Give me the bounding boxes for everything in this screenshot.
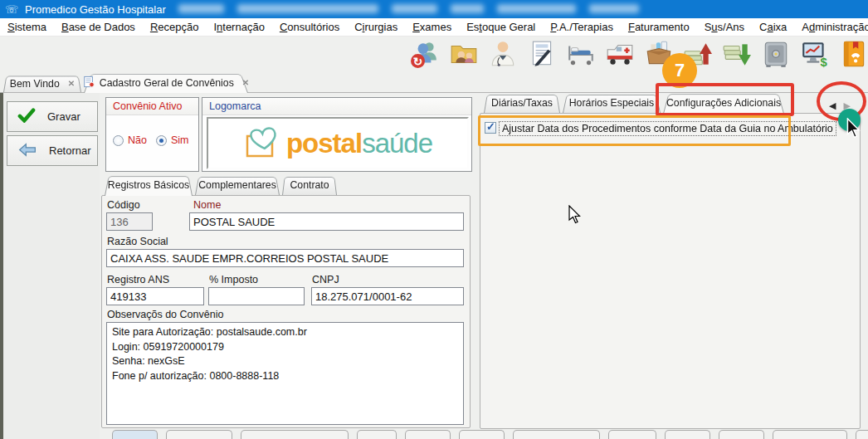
tab-bem-vindo[interactable]: Bem Vindo ✕ <box>3 75 81 92</box>
check-icon <box>17 108 36 125</box>
orange-highlight-annotation <box>478 115 791 146</box>
redacted-version-info <box>178 4 639 13</box>
menu-item-consult-rios[interactable]: Consultórios <box>272 19 347 35</box>
menu-item-exames[interactable]: Exames <box>405 19 459 35</box>
radio-sim[interactable]: Sim <box>156 134 189 146</box>
mouse-cursor-click <box>846 118 861 139</box>
mouse-cursor <box>568 205 581 224</box>
finance-monitor-icon[interactable]: $ <box>800 39 830 69</box>
bottom-tab-stub[interactable] <box>112 430 158 439</box>
menu-item-administra-o[interactable]: Administração <box>794 19 868 35</box>
phonebook-icon[interactable] <box>839 39 868 69</box>
razao-social-label: Razão Social <box>107 236 168 247</box>
bottom-tab-stub[interactable] <box>719 430 764 439</box>
close-tab-icon[interactable]: ✕ <box>68 79 75 88</box>
doctor-icon[interactable] <box>488 39 518 69</box>
menu-item-sus-ans[interactable]: Sus/Ans <box>697 19 752 35</box>
logomarca-groupbox: Logomarca postalsaúde <box>202 97 472 172</box>
imposto-label: % Imposto <box>209 274 258 285</box>
return-button[interactable]: Retornar <box>7 135 98 166</box>
tab-diarias-taxas[interactable]: Diárias/Taxas <box>484 93 560 113</box>
ambulance-icon[interactable] <box>605 39 635 69</box>
radio-icon[interactable] <box>113 135 124 146</box>
money-down-icon[interactable] <box>722 39 752 69</box>
configuracoes-adicionais-page <box>480 113 861 429</box>
convenio-ativo-groupbox: Convênio Ativo Não Sim <box>105 97 199 172</box>
radio-icon[interactable] <box>156 135 167 146</box>
menu-item-p-a-terapias[interactable]: P.A./Terapias <box>543 19 621 35</box>
radio-nao[interactable]: Não <box>113 134 147 146</box>
users-sync-icon[interactable]: ↻ <box>410 39 440 69</box>
page-tabs: Bem Vindo ✕ Cadastro Geral de Convênios … <box>3 72 248 93</box>
groupbox-title: Convênio Ativo <box>106 98 198 115</box>
safe-icon[interactable] <box>761 39 791 69</box>
form-tabs: Registros Básicos Complementares Contrat… <box>105 174 337 196</box>
cnpj-label: CNPJ <box>312 274 339 285</box>
close-tab-icon[interactable]: ✕ <box>242 78 249 87</box>
tab-complementares[interactable]: Complementares <box>195 175 280 195</box>
svg-text:$: $ <box>820 56 827 69</box>
nome-label: Nome <box>193 199 221 211</box>
observacoes-field[interactable]: Site para Autorização: postalsaude.com.b… <box>106 322 464 425</box>
save-button[interactable]: Gravar <box>7 101 98 132</box>
tab-horarios-especiais[interactable]: Horários Especiais <box>563 93 661 113</box>
bottom-tab-stub[interactable] <box>241 430 349 439</box>
bottom-tab-stub[interactable] <box>166 430 232 439</box>
document-icon <box>83 76 95 90</box>
patients-folder-icon[interactable] <box>449 39 479 69</box>
menu-bar: SistemaBase de DadosRecepçãoInternaçãoCo… <box>0 18 868 37</box>
tab-registros-basicos[interactable]: Registros Básicos <box>105 174 193 196</box>
nome-field[interactable] <box>189 212 464 231</box>
menu-item-interna-o[interactable]: Internação <box>206 19 271 35</box>
groupbox-title: Logomarca <box>202 98 471 115</box>
tab-cadastro-geral-convenios[interactable]: Cadastro Geral de Convênios ✕ <box>84 72 248 93</box>
bottom-record-tabs <box>112 430 868 439</box>
hospital-bed-icon[interactable] <box>566 39 596 69</box>
arrow-left-icon <box>17 143 37 159</box>
menu-item-sistema[interactable]: Sistema <box>0 19 54 35</box>
registro-ans-field[interactable] <box>106 287 204 305</box>
menu-item-estoque-geral[interactable]: Estoque Geral <box>459 19 543 35</box>
red-highlight-annotation <box>656 83 794 116</box>
tab-contrato[interactable]: Contrato <box>282 175 337 195</box>
svg-text:↻: ↻ <box>413 56 423 68</box>
bottom-tab-stub[interactable] <box>357 430 397 439</box>
toolbar-icons: ↻$ <box>410 39 868 69</box>
codigo-label: Código <box>107 199 140 211</box>
bottom-tab-stub[interactable] <box>405 430 451 439</box>
promedico-window: ☏ Promedico Gestão Hospitalar SistemaBas… <box>0 0 868 439</box>
app-icon: ☏ <box>5 2 18 16</box>
bottom-tab-stub[interactable] <box>665 430 710 439</box>
bottom-tab-stub[interactable] <box>773 430 847 439</box>
codigo-field <box>106 212 153 231</box>
imposto-field[interactable] <box>208 287 305 305</box>
window-title: Promedico Gestão Hospitalar <box>25 3 166 16</box>
logo-image: postalsaúde <box>207 117 469 169</box>
registro-ans-label: Registro ANS <box>107 274 169 285</box>
envelope-heart-icon <box>243 123 283 164</box>
menu-item-cirurgias[interactable]: Cirurgias <box>347 19 405 35</box>
observacoes-label: Observaçõs do Convênio <box>107 309 223 320</box>
brand-saude: saúde <box>362 128 432 159</box>
razao-social-field[interactable] <box>106 249 464 267</box>
bottom-tab-stub[interactable] <box>856 430 868 439</box>
contract-icon[interactable] <box>527 39 557 69</box>
bottom-tab-stub[interactable] <box>513 430 600 439</box>
cnpj-field[interactable] <box>311 287 464 305</box>
menu-item-caixa[interactable]: Caixa <box>752 19 794 35</box>
bottom-tab-stub[interactable] <box>608 430 656 439</box>
menu-item-base-de-dados[interactable]: Base de Dados <box>54 19 143 35</box>
menu-item-recep-o[interactable]: Recepção <box>143 19 207 35</box>
brand-postal: postal <box>286 128 362 159</box>
menu-item-faturamento[interactable]: Faturamento <box>621 19 697 35</box>
bottom-tab-stub[interactable] <box>459 430 505 439</box>
